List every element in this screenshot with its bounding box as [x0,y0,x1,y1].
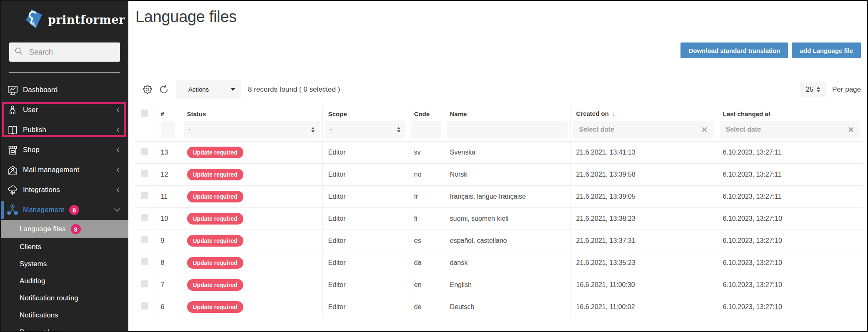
sidebar-item-integrations[interactable]: Integrations [1,180,128,200]
sidebar-item-mail-management[interactable]: Mail management [1,160,128,180]
select-stepper-icon [817,87,820,92]
row-code: da [408,252,444,274]
sidebar-subitem-language-files[interactable]: Language files 8 [1,220,128,238]
column-header-status[interactable]: Status [181,105,322,121]
row-scope: Editor [322,207,408,230]
changed-date-filter[interactable]: Select date ✕ [720,121,861,138]
column-header-last-changed[interactable]: Last changed at [717,105,863,121]
management-org-icon [7,204,18,216]
row-status: Update required [181,252,322,274]
chevron-left-icon [115,147,121,153]
sidebar-subitem-systems[interactable]: Systems [1,255,128,272]
name-filter-input[interactable] [447,121,568,138]
column-header-created-on[interactable]: Created on↓ [570,105,717,121]
logo: printformer [25,8,128,31]
sidebar-subitem-notification-routing[interactable]: Notification routing [1,290,128,307]
status-filter-select[interactable]: - [184,121,320,138]
status-badge: Update required [187,191,243,202]
header-buttons: Download standard translation add Langua… [135,42,861,58]
row-checkbox-cell [135,207,155,230]
cloud-integrations-icon [7,184,18,196]
table-row: 6 Update required Editor de Deutsch 16.6… [135,296,863,318]
sidebar-divider [9,72,120,73]
add-language-file-button[interactable]: add Language file [792,42,861,58]
select-all-checkbox[interactable] [141,110,148,117]
row-status: Update required [181,185,322,207]
per-page-select[interactable]: 25 [800,82,826,97]
row-checkbox-cell [135,252,155,274]
filter-cell-name [444,121,570,141]
row-checkbox[interactable] [141,148,148,155]
sidebar-subitem-clients[interactable]: Clients [1,238,128,255]
id-filter-input[interactable] [161,121,175,138]
settings-gear-icon[interactable] [142,84,153,95]
row-checkbox[interactable] [141,280,148,287]
row-status: Update required [181,296,322,318]
row-code: fi [408,207,444,230]
column-header-scope[interactable]: Scope [322,105,408,121]
filter-cell-code [408,121,444,141]
row-checkbox[interactable] [141,214,148,221]
per-page-label: Per page [832,85,861,94]
sidebar-item-label: Shop [23,146,40,154]
row-id: 13 [155,141,181,163]
clear-date-icon[interactable]: ✕ [701,126,708,134]
dashboard-icon [7,84,18,96]
row-created-on: 21.6.2021, 13:37:31 [570,230,717,252]
row-checkbox[interactable] [141,236,148,243]
column-header-name[interactable]: Name [444,105,570,121]
row-checkbox[interactable] [141,192,148,199]
status-badge: Update required [187,169,243,180]
row-created-on: 21.6.2021, 13:38:23 [570,207,717,230]
row-checkbox-cell [135,274,155,296]
sidebar-item-publish[interactable]: Publish [1,120,128,140]
column-header-code[interactable]: Code [408,105,444,121]
sidebar-item-label: User [23,106,38,114]
sidebar-item-management[interactable]: Management 8 [1,200,128,220]
management-count-badge: 8 [69,205,79,215]
sidebar-item-label: Management [23,206,64,214]
row-code: fr [408,185,444,207]
row-last-changed: 6.10.2023, 13:27:11 [717,141,863,163]
sidebar-item-dashboard[interactable]: Dashboard [1,80,128,100]
clear-date-icon[interactable]: ✕ [848,126,854,134]
download-standard-translation-button[interactable]: Download standard translation [680,42,788,58]
filter-cell-changed: Select date ✕ [717,121,863,141]
row-created-on: 16.6.2021, 11:00:30 [570,274,717,296]
storefront-icon [7,144,18,156]
sidebar-subitem-label: Language files [20,225,66,233]
table-row: 8 Update required Editor da dansk 21.6.2… [135,252,863,274]
row-id: 11 [155,185,181,207]
code-filter-input[interactable] [411,121,441,138]
scope-filter-select[interactable]: - [325,121,405,138]
management-subnav: Language files 8 Clients Systems Auditlo… [1,220,128,331]
table-row: 9 Update required Editor es español, cas… [135,230,863,252]
sidebar-subitem-request-logs[interactable]: Request logs [1,324,128,331]
row-scope: Editor [322,230,408,252]
row-scope: Editor [322,274,408,296]
records-count-text: 8 records found ( 0 selected ) [248,85,340,94]
row-checkbox-cell [135,230,155,252]
search-input[interactable] [28,47,115,57]
row-status: Update required [181,230,322,252]
column-header-id[interactable]: # [155,105,181,121]
row-code: sv [408,141,444,163]
row-checkbox[interactable] [141,302,148,310]
refresh-icon[interactable] [158,84,169,95]
row-scope: Editor [322,185,408,207]
sidebar-item-user[interactable]: User [1,100,128,120]
sidebar-item-shop[interactable]: Shop [1,140,128,160]
sidebar-subitem-notifications[interactable]: Notifications [1,307,128,324]
status-badge: Update required [187,257,243,269]
row-checkbox[interactable] [141,170,148,177]
row-name: suomi, suomen kieli [444,207,570,230]
sidebar-search[interactable] [9,42,120,62]
actions-dropdown[interactable]: Actions [176,80,241,99]
row-code: de [408,296,444,318]
row-checkbox[interactable] [141,258,148,265]
sidebar-subitem-label: Request logs [20,328,61,332]
sidebar-subitem-auditlog[interactable]: Auditlog [1,272,128,290]
row-scope: Editor [322,141,408,163]
created-date-filter[interactable]: Select date ✕ [573,121,714,138]
status-badge: Update required [187,213,243,225]
